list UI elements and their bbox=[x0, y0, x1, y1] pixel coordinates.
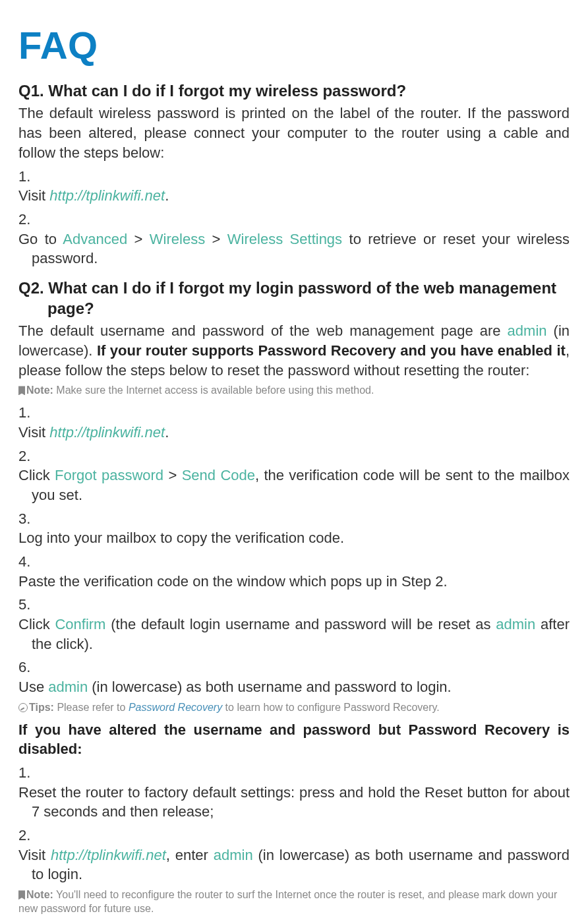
text: Paste the verification code on the windo… bbox=[18, 572, 570, 592]
text: , enter bbox=[166, 847, 214, 863]
q2-note-1: Note: Make sure the Internet access is a… bbox=[18, 384, 570, 398]
bold-text: If your router supports Password Recover… bbox=[97, 342, 566, 359]
q1-heading: Q1. What can I do if I forgot my wireles… bbox=[18, 80, 570, 101]
text: (in lowercase) as both username and pass… bbox=[88, 679, 452, 695]
page-title: FAQ bbox=[18, 20, 570, 71]
note-label: Note: bbox=[26, 889, 53, 900]
q2-step-3: Log into your mailbox to copy the verifi… bbox=[18, 509, 570, 548]
text: Click bbox=[18, 616, 55, 632]
ui-advanced: Advanced bbox=[63, 231, 127, 247]
q1-step-1: Visit http://tplinkwifi.net. bbox=[18, 167, 570, 206]
q2-step-4: Paste the verification code on the windo… bbox=[18, 552, 570, 591]
ui-wireless: Wireless bbox=[150, 231, 205, 247]
text: Use bbox=[18, 679, 48, 695]
text: . bbox=[165, 187, 169, 204]
note-text: You'll need to reconfigure the router to… bbox=[18, 889, 557, 914]
q1-steps: Visit http://tplinkwifi.net. Go to Advan… bbox=[18, 167, 570, 268]
text: Log into your mailbox to copy the verifi… bbox=[18, 528, 570, 548]
note-icon bbox=[18, 386, 25, 395]
q2-alt-step-1: Reset the router to factory default sett… bbox=[18, 763, 570, 822]
text: Reset the router to factory default sett… bbox=[18, 783, 570, 822]
password-recovery-link[interactable]: Password Recovery bbox=[129, 702, 222, 713]
tips-text: Please refer to bbox=[54, 702, 129, 713]
q2-alt-steps: Reset the router to factory default sett… bbox=[18, 763, 570, 884]
text: Visit bbox=[18, 187, 49, 204]
text: (the default login username and password… bbox=[105, 616, 496, 632]
admin-text: admin bbox=[508, 322, 547, 339]
tplink-url-link[interactable]: http://tplinkwifi.net bbox=[51, 847, 166, 863]
q2-heading: Q2. What can I do if I forgot my login p… bbox=[18, 278, 570, 319]
text: Click bbox=[18, 467, 55, 483]
ui-wireless-settings: Wireless Settings bbox=[227, 231, 342, 247]
q1-intro: The default wireless password is printed… bbox=[18, 104, 570, 162]
tips-icon bbox=[18, 703, 28, 712]
tplink-url-link[interactable]: http://tplinkwifi.net bbox=[49, 424, 165, 441]
text: > bbox=[163, 467, 182, 483]
text: The default username and password of the… bbox=[18, 322, 508, 339]
note-text: Make sure the Internet access is availab… bbox=[53, 384, 374, 396]
text: Go to bbox=[18, 231, 63, 247]
q2-tips: Tips: Please refer to Password Recovery … bbox=[18, 701, 570, 715]
text: Visit bbox=[18, 424, 49, 441]
q2-alt-heading: If you have altered the username and pas… bbox=[18, 720, 570, 759]
note-label: Note: bbox=[26, 384, 53, 396]
q2-step-5: Click Confirm (the default login usernam… bbox=[18, 595, 570, 654]
ui-forgot-password: Forgot password bbox=[55, 467, 163, 483]
tips-text: to learn how to configure Password Recov… bbox=[222, 702, 440, 713]
admin-text: admin bbox=[48, 679, 88, 695]
text: . bbox=[165, 424, 169, 441]
admin-text: admin bbox=[496, 616, 535, 632]
text: Q2. What can I do if I forgot my login p… bbox=[18, 279, 556, 297]
ui-confirm: Confirm bbox=[55, 616, 105, 632]
text: page? bbox=[18, 298, 570, 319]
q2-note-2: Note: You'll need to reconfigure the rou… bbox=[18, 888, 570, 916]
admin-text: admin bbox=[214, 847, 253, 863]
q2-intro: The default username and password of the… bbox=[18, 321, 570, 380]
tips-label: Tips: bbox=[29, 702, 54, 713]
ui-send-code: Send Code bbox=[182, 467, 255, 483]
q2-step-2: Click Forgot password > Send Code, the v… bbox=[18, 446, 570, 505]
text: > bbox=[127, 231, 150, 247]
note-icon bbox=[18, 890, 25, 900]
text: Visit bbox=[18, 847, 51, 863]
q2-alt-step-2: Visit http://tplinkwifi.net, enter admin… bbox=[18, 826, 570, 884]
tplink-url-link[interactable]: http://tplinkwifi.net bbox=[49, 187, 165, 204]
q2-step-1: Visit http://tplinkwifi.net. bbox=[18, 403, 570, 442]
text: > bbox=[205, 231, 227, 247]
q1-step-2: Go to Advanced > Wireless > Wireless Set… bbox=[18, 210, 570, 268]
q2-step-6: Use admin (in lowercase) as both usernam… bbox=[18, 658, 570, 696]
q2-steps: Visit http://tplinkwifi.net. Click Forgo… bbox=[18, 403, 570, 697]
